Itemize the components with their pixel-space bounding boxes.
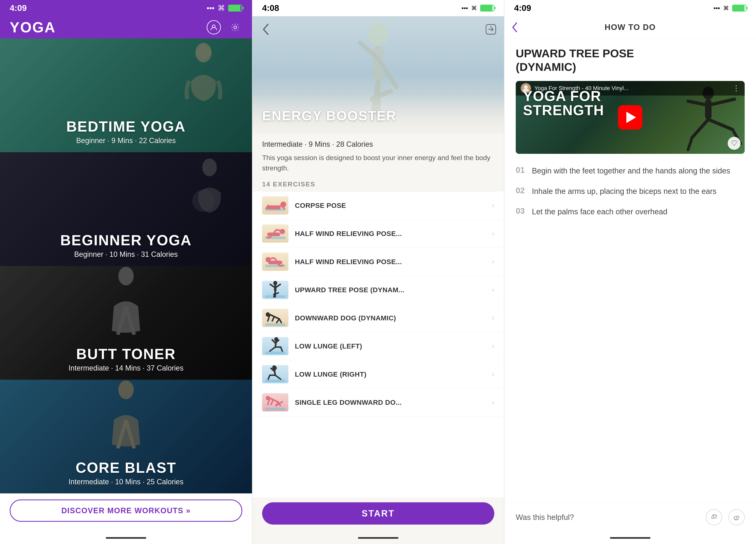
exercise-name-1: HALF WIND RELIEVING POSE... <box>295 230 489 237</box>
profile-button[interactable] <box>207 20 221 34</box>
thumbs-up-button[interactable] <box>706 509 722 525</box>
exercise-chevron-5: › <box>492 342 494 350</box>
start-section: START <box>252 497 504 532</box>
status-icons-1: ▪▪▪ ⌘ <box>207 4 242 12</box>
instruction-text-0: Begin with the feet together and the han… <box>532 165 745 177</box>
instruction-num-2: 03 <box>516 206 532 215</box>
card-content-butt: BUTT TONER Intermediate · 14 Mins · 37 C… <box>69 346 183 372</box>
session-meta: Intermediate · 9 Mins · 28 Calories <box>262 140 494 148</box>
wifi-icon-3: ⌘ <box>723 5 729 12</box>
back-button-p2[interactable] <box>258 22 273 36</box>
status-time-3: 4:09 <box>514 3 531 13</box>
svg-line-49 <box>270 347 275 351</box>
exercise-thumb-4 <box>262 309 288 327</box>
exercise-name-7: SINGLE LEG DOWNWARD DO... <box>295 399 489 406</box>
panel-how-to-do: 4:09 ▪▪▪ ⌘ HOW TO DO UPWARD TREE POSE (D… <box>504 0 756 544</box>
exercise-thumb-2 <box>262 252 288 271</box>
helpful-icons <box>706 509 745 525</box>
exercise-chevron-3: › <box>492 286 494 294</box>
status-bar-1: 4:09 ▪▪▪ ⌘ <box>0 0 252 16</box>
exercise-item-0[interactable]: CORPSE POSE › <box>252 191 504 219</box>
exercise-list: CORPSE POSE › HALF WIND RELIEVING POSE..… <box>252 191 504 497</box>
svg-rect-30 <box>268 261 282 264</box>
discover-section: DISCOVER MORE WORKOUTS » <box>0 493 252 532</box>
card-sub-bedtime: Beginner · 9 Mins · 22 Calories <box>66 136 186 145</box>
svg-rect-54 <box>265 380 285 382</box>
exercise-item-7[interactable]: SINGLE LEG DOWNWARD DO... › <box>252 388 504 417</box>
home-indicator-2 <box>252 532 504 544</box>
app-header: YOGA <box>0 16 252 38</box>
signal-icon-3: ▪▪▪ <box>714 5 720 12</box>
status-icons-3: ▪▪▪ ⌘ <box>714 5 746 12</box>
favorite-button[interactable]: ♡ <box>728 137 741 150</box>
nav-title-p3: HOW TO DO <box>605 23 656 32</box>
instruction-item-2: 03 Let the palms face each other overhea… <box>516 206 745 217</box>
start-button[interactable]: START <box>262 502 494 525</box>
exercise-name-0: CORPSE POSE <box>295 201 489 209</box>
discover-more-button[interactable]: DISCOVER MORE WORKOUTS » <box>10 500 242 522</box>
instruction-item-0: 01 Begin with the feet together and the … <box>516 165 745 177</box>
battery-icon-1 <box>228 5 242 12</box>
workout-cards-list: BEDTIME YOGA Beginner · 9 Mins · 22 Calo… <box>0 38 252 493</box>
svg-point-26 <box>280 229 285 234</box>
instruction-text-1: Inhale the arms up, placing the biceps n… <box>532 185 745 197</box>
exercise-thumb-6 <box>262 365 288 383</box>
exercise-thumb-5 <box>262 337 288 355</box>
exercise-thumb-7 <box>262 393 288 412</box>
session-hero-image: ENERGY BOOSTER <box>252 16 504 133</box>
workout-card-beginner[interactable]: BEGINNER YOGA Beginner · 10 Mins · 31 Ca… <box>0 152 252 266</box>
play-button[interactable] <box>618 105 642 129</box>
home-bar-2 <box>358 537 398 539</box>
session-title-overlay: ENERGY BOOSTER <box>262 108 396 123</box>
status-bar-2: 4:08 ▪▪▪ ⌘ <box>252 0 504 16</box>
session-description: This yoga session is designed to boost y… <box>262 153 494 173</box>
how-to-content: UPWARD TREE POSE (DYNAMIC) <box>504 38 756 503</box>
svg-line-57 <box>275 375 281 379</box>
thumbs-down-button[interactable] <box>728 509 745 525</box>
exercise-chevron-1: › <box>492 229 494 238</box>
exercise-item-1[interactable]: HALF WIND RELIEVING POSE... › <box>252 219 504 248</box>
video-more-button[interactable]: ⋮ <box>733 84 740 92</box>
battery-icon-2 <box>480 5 494 12</box>
back-button-p3[interactable] <box>512 22 518 33</box>
panel-energy-booster: 4:08 ▪▪▪ ⌘ <box>252 0 504 544</box>
workout-card-core[interactable]: CORE BLAST Intermediate · 10 Mins · 25 C… <box>0 380 252 493</box>
card-content-bedtime: BEDTIME YOGA Beginner · 9 Mins · 22 Calo… <box>66 118 186 145</box>
home-indicator-1 <box>0 532 252 544</box>
workout-card-bedtime[interactable]: BEDTIME YOGA Beginner · 9 Mins · 22 Calo… <box>0 38 252 152</box>
svg-line-73 <box>708 99 735 105</box>
card-content-beginner: BEGINNER YOGA Beginner · 10 Mins · 31 Ca… <box>60 232 192 258</box>
helpful-section: Was this helpful? <box>504 503 756 532</box>
home-bar-1 <box>106 537 146 539</box>
exercise-item-2[interactable]: HALF WIND RELIEVING POSE... › <box>252 248 504 276</box>
exercises-count-label: 14 EXERCISES <box>262 180 494 191</box>
settings-button[interactable] <box>228 20 242 34</box>
svg-point-32 <box>273 281 277 286</box>
exercise-chevron-2: › <box>492 257 494 266</box>
svg-line-75 <box>708 119 733 129</box>
instruction-num-1: 02 <box>516 186 532 195</box>
exercise-item-3[interactable]: UPWARD TREE POSE (DYNAM... › <box>252 276 504 304</box>
helpful-label: Was this helpful? <box>516 513 574 522</box>
exercise-name-6: LOW LUNGE (RIGHT) <box>295 370 489 378</box>
exercise-name-3: UPWARD TREE POSE (DYNAM... <box>295 286 489 294</box>
svg-line-44 <box>277 319 279 323</box>
video-thumbnail[interactable]: Yoga For Strength - 40 Minute Vinyl... ⋮… <box>516 81 745 154</box>
exercise-item-6[interactable]: LOW LUNGE (RIGHT) › <box>252 360 504 388</box>
status-time-2: 4:08 <box>262 3 279 13</box>
card-title-butt: BUTT TONER <box>69 346 183 362</box>
play-triangle-icon <box>626 112 636 123</box>
svg-line-74 <box>692 119 708 138</box>
session-info: Intermediate · 9 Mins · 28 Calories This… <box>252 133 504 191</box>
video-overlay-text: YOGA FOR STRENGTH <box>523 89 604 117</box>
svg-rect-39 <box>265 324 285 326</box>
exercise-item-4[interactable]: DOWNWARD DOG (DYNAMIC) › <box>252 304 504 332</box>
signal-icon-1: ▪▪▪ <box>207 4 214 12</box>
workout-card-butt[interactable]: BUTT TONER Intermediate · 14 Mins · 37 C… <box>0 266 252 380</box>
exercise-thumb-0 <box>262 196 288 214</box>
exercise-thumb-3 <box>262 281 288 299</box>
card-title-core: CORE BLAST <box>69 459 183 476</box>
share-button[interactable] <box>484 22 498 36</box>
exercise-item-5[interactable]: LOW LUNGE (LEFT) › <box>252 332 504 360</box>
header-action-icons <box>207 20 242 34</box>
